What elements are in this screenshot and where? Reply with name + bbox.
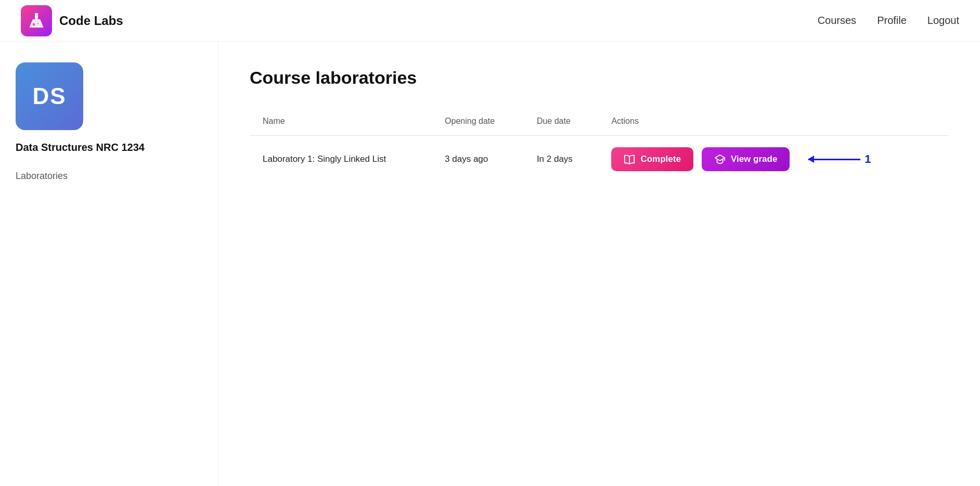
nav-profile[interactable]: Profile [877,15,907,27]
lab-due-date: In 2 days [524,136,599,183]
course-avatar: DS [16,62,83,130]
nav-courses[interactable]: Courses [818,15,856,27]
flask-icon [28,12,45,30]
actions-cell: Complete View grade [611,147,936,171]
col-header-due-date: Due date [524,107,599,136]
page-title: Course laboratories [250,68,949,88]
book-open-icon [624,154,635,165]
complete-label: Complete [640,154,680,164]
main-content: Course laboratories Name Opening date Du… [218,42,980,486]
main-layout: DS Data Structures NRC 1234 Laboratories… [0,42,980,486]
col-header-actions: Actions [599,107,948,136]
lab-name: Laboratory 1: Singly Linked List [250,136,433,183]
header: Code Labs Courses Profile Logout [0,0,980,42]
logo-icon [21,5,52,36]
view-grade-button[interactable]: View grade [702,147,790,171]
logo-text: Code Labs [59,14,123,28]
col-header-name: Name [250,107,433,136]
main-nav: Courses Profile Logout [818,15,959,27]
table-row: Laboratory 1: Singly Linked List 3 days … [250,136,949,183]
col-header-opening-date: Opening date [432,107,524,136]
course-title: Data Structures NRC 1234 [16,140,202,154]
course-avatar-initials: DS [32,83,66,109]
view-grade-label: View grade [731,154,777,164]
sidebar: DS Data Structures NRC 1234 Laboratories [0,42,218,486]
laboratories-table: Name Opening date Due date Actions Labor… [250,107,949,183]
sidebar-item-laboratories[interactable]: Laboratories [16,169,202,184]
lab-actions: Complete View grade [599,136,948,183]
lab-opening-date: 3 days ago [432,136,524,183]
svg-rect-0 [35,13,38,19]
svg-point-1 [33,23,35,25]
svg-point-2 [37,22,39,24]
arrow-line [808,159,860,160]
annotation-arrow: 1 [808,152,871,166]
complete-button[interactable]: Complete [611,147,693,171]
nav-logout[interactable]: Logout [927,15,959,27]
annotation-number: 1 [865,152,871,166]
logo-area: Code Labs [21,5,123,36]
graduation-icon [714,154,726,165]
